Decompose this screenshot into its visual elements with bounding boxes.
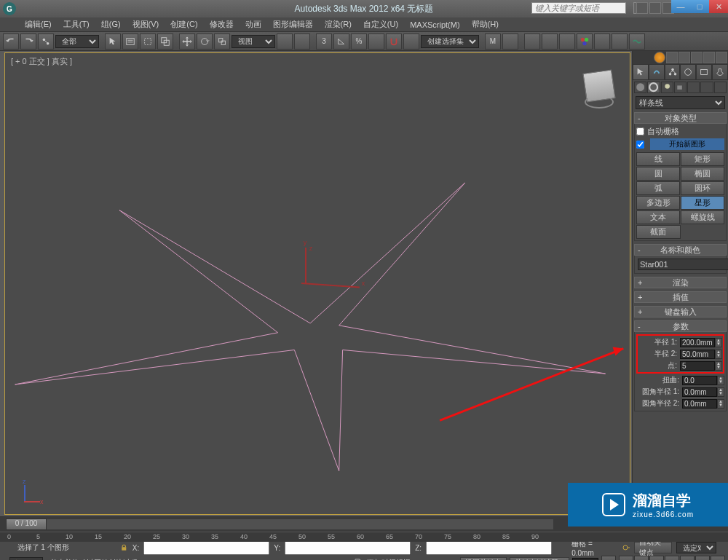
menu-edit[interactable]: 编辑(E) bbox=[19, 19, 58, 30]
fillet2-input[interactable] bbox=[682, 399, 717, 409]
app-icon[interactable]: G bbox=[3, 2, 16, 15]
viewport[interactable]: [ + 0 正交 ] 真实 ] y z x z x bbox=[4, 52, 630, 515]
y-coord-input[interactable] bbox=[285, 541, 411, 555]
select-by-name-button[interactable] bbox=[122, 33, 138, 50]
render-button[interactable] bbox=[629, 33, 645, 50]
object-name-input[interactable] bbox=[638, 259, 728, 270]
scale-button[interactable] bbox=[214, 33, 230, 50]
tool-icon-2[interactable] bbox=[678, 52, 690, 63]
menu-tools[interactable]: 工具(T) bbox=[58, 19, 95, 30]
favorite-icon[interactable] bbox=[649, 2, 661, 14]
window-crossing-button[interactable] bbox=[157, 33, 173, 50]
zoom-extents-button[interactable] bbox=[649, 556, 664, 560]
zoom-button[interactable] bbox=[619, 556, 633, 560]
fov-button[interactable] bbox=[665, 556, 679, 560]
radius2-spinner[interactable]: ▲▼ bbox=[715, 350, 722, 359]
menu-help[interactable]: 帮助(H) bbox=[466, 19, 505, 30]
shape-arc[interactable]: 弧 bbox=[636, 181, 680, 195]
viewport-area[interactable]: [ + 0 正交 ] 真实 ] y z x z x bbox=[0, 51, 632, 516]
keyboard-rollout-header[interactable]: +键盘输入 bbox=[634, 306, 727, 318]
percent-snap-button[interactable]: % bbox=[351, 33, 367, 50]
time-ruler[interactable]: 051015202530354045505560657075808590 bbox=[0, 532, 728, 542]
object-type-rollout-header[interactable]: -对象类型 bbox=[634, 112, 727, 124]
maximize-viewport-button[interactable] bbox=[711, 556, 725, 560]
time-config-button[interactable] bbox=[601, 556, 616, 560]
curve-editor-button[interactable] bbox=[542, 33, 558, 50]
auto-grid-checkbox[interactable] bbox=[636, 127, 644, 135]
fillet1-input[interactable] bbox=[682, 387, 717, 397]
layer-filter-dropdown[interactable]: 全部 bbox=[55, 35, 99, 48]
zoom-all-button[interactable] bbox=[634, 556, 649, 560]
menu-customize[interactable]: 自定义(U) bbox=[357, 19, 404, 30]
hierarchy-tab[interactable] bbox=[665, 64, 681, 80]
time-slider-thumb[interactable]: 0 / 100 bbox=[6, 518, 47, 530]
shape-text[interactable]: 文本 bbox=[636, 210, 680, 224]
new-shape-button[interactable]: 开始新图形 bbox=[650, 138, 724, 150]
window-minimize[interactable]: — bbox=[671, 0, 690, 13]
autokey-button[interactable]: 自动关键点 bbox=[634, 542, 672, 553]
window-maximize[interactable]: □ bbox=[690, 0, 709, 13]
systems-subtab[interactable] bbox=[714, 82, 727, 93]
align-button[interactable] bbox=[502, 33, 518, 50]
keyed-selset-dropdown[interactable]: 选定对象 bbox=[676, 542, 716, 553]
help-search[interactable] bbox=[531, 2, 626, 14]
shape-helix[interactable]: 螺旋线 bbox=[681, 210, 724, 224]
render-frame-button[interactable] bbox=[612, 33, 628, 50]
spinner-snap-button[interactable] bbox=[368, 33, 384, 50]
angle-snap-button[interactable] bbox=[333, 33, 349, 50]
subscription-icon[interactable] bbox=[636, 2, 648, 14]
geometry-subtab[interactable] bbox=[634, 82, 646, 93]
new-shape-checkbox[interactable] bbox=[636, 141, 644, 149]
shape-ellipse[interactable]: 椭圆 bbox=[681, 167, 724, 181]
rect-select-button[interactable] bbox=[140, 33, 156, 50]
modify-tab[interactable] bbox=[649, 64, 665, 80]
points-input[interactable] bbox=[680, 361, 715, 371]
viewport-label[interactable]: [ + 0 正交 ] 真实 ] bbox=[11, 56, 72, 67]
menu-render[interactable]: 渲染(R) bbox=[319, 19, 357, 30]
radius1-input[interactable] bbox=[680, 338, 715, 347]
menu-group[interactable]: 组(G) bbox=[95, 19, 127, 30]
params-rollout-header[interactable]: -参数 bbox=[634, 320, 727, 332]
menu-view[interactable]: 视图(V) bbox=[127, 19, 165, 30]
help-search-input[interactable] bbox=[531, 2, 626, 14]
menu-modifiers[interactable]: 修改器 bbox=[204, 19, 240, 30]
utilities-tab[interactable] bbox=[712, 64, 728, 80]
rendering-rollout-header[interactable]: +渲染 bbox=[634, 277, 727, 288]
motion-tab[interactable] bbox=[680, 64, 696, 80]
keyfilter-button[interactable]: 关键点过滤器... bbox=[510, 557, 569, 560]
shape-line[interactable]: 线 bbox=[636, 152, 680, 166]
shape-ngon[interactable]: 多边形 bbox=[636, 196, 680, 210]
menu-animation[interactable]: 动画 bbox=[240, 19, 267, 30]
helpers-subtab[interactable] bbox=[687, 82, 700, 93]
ref-coord-dropdown[interactable]: 视图 bbox=[232, 35, 275, 48]
sun-icon[interactable] bbox=[654, 52, 665, 63]
x-coord-input[interactable] bbox=[143, 541, 269, 555]
rotate-button[interactable] bbox=[197, 33, 213, 50]
link-button[interactable] bbox=[38, 33, 54, 50]
magnet-button[interactable] bbox=[386, 33, 402, 50]
mirror-button[interactable]: M bbox=[485, 33, 501, 50]
shape-category-dropdown[interactable]: 样条线 bbox=[636, 96, 725, 109]
tool-icon-4[interactable] bbox=[703, 52, 715, 63]
undo-button[interactable] bbox=[3, 33, 19, 50]
spacewarps-subtab[interactable] bbox=[700, 82, 713, 93]
radius2-input[interactable] bbox=[680, 350, 715, 359]
shape-rectangle[interactable]: 矩形 bbox=[681, 152, 724, 166]
move-button[interactable] bbox=[179, 33, 195, 50]
pivot-button[interactable] bbox=[277, 33, 293, 50]
twist-spinner[interactable]: ▲▼ bbox=[717, 376, 724, 385]
shape-donut[interactable]: 圆环 bbox=[681, 181, 724, 195]
interpolation-rollout-header[interactable]: +插值 bbox=[634, 291, 727, 303]
material-editor-button[interactable] bbox=[577, 33, 593, 50]
shape-section[interactable]: 截面 bbox=[636, 225, 681, 239]
edit-selection-button[interactable] bbox=[403, 33, 419, 50]
render-setup-button[interactable] bbox=[594, 33, 610, 50]
tool-icon-5[interactable] bbox=[716, 52, 727, 63]
manipulate-button[interactable] bbox=[294, 33, 310, 50]
lights-subtab[interactable] bbox=[661, 82, 673, 93]
twist-input[interactable] bbox=[682, 376, 717, 385]
fillet2-spinner[interactable]: ▲▼ bbox=[717, 399, 724, 409]
schematic-button[interactable] bbox=[559, 33, 575, 50]
redo-button[interactable] bbox=[20, 33, 36, 50]
window-close[interactable]: ✕ bbox=[709, 0, 728, 13]
